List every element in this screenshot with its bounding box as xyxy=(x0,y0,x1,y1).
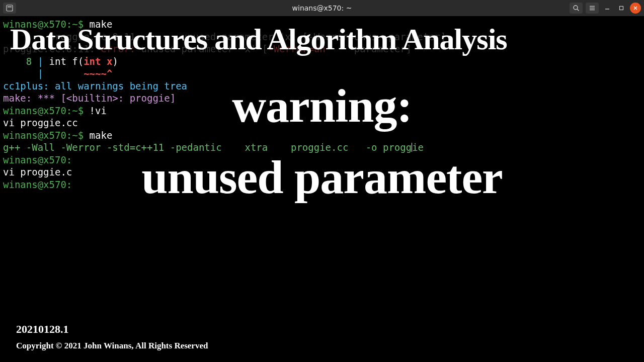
close-icon xyxy=(633,6,638,11)
command-text: make xyxy=(90,130,113,141)
window-titlebar: winans@x570: ~ xyxy=(0,0,644,16)
svg-rect-0 xyxy=(7,5,13,11)
search-button[interactable] xyxy=(570,3,583,14)
overlay-warning-text: warning: xyxy=(232,78,412,133)
compiler-output: cc1plus: all warnings being trea xyxy=(3,80,187,92)
titlebar-right-group xyxy=(570,3,641,14)
shell-prompt: winans@x570:~$ xyxy=(3,105,90,116)
make-error: make: *** [<builtin>: proggie] xyxy=(3,93,182,104)
menu-button[interactable] xyxy=(586,3,599,14)
svg-line-3 xyxy=(577,9,579,11)
close-button[interactable] xyxy=(630,3,641,14)
code-fragment: ) xyxy=(112,56,118,67)
svg-rect-8 xyxy=(620,7,623,10)
shell-prompt: winans@x570:~$ xyxy=(3,130,90,141)
window-title: winans@x570: ~ xyxy=(292,4,352,12)
svg-point-2 xyxy=(574,6,578,10)
command-echo: vi proggie.c xyxy=(3,166,72,177)
code-fragment: int f( xyxy=(49,56,84,67)
minimize-button[interactable] xyxy=(602,3,613,14)
error-highlight: int x xyxy=(84,56,112,67)
search-icon xyxy=(573,5,580,12)
error-caret: ~~~~^ xyxy=(84,68,112,79)
maximize-button[interactable] xyxy=(616,3,627,14)
svg-rect-1 xyxy=(8,6,12,8)
command-echo: vi proggie.cc xyxy=(3,117,78,128)
hamburger-icon xyxy=(589,5,596,12)
overlay-unused-text: unused parameter xyxy=(141,150,503,204)
command-text: !vi xyxy=(90,105,107,116)
terminal-tab-icon xyxy=(6,5,13,12)
pipe: | xyxy=(3,68,84,79)
overlay-copyright: Copyright © 2021 John Winans, All Rights… xyxy=(16,341,208,351)
shell-prompt: winans@x570: xyxy=(3,154,72,165)
overlay-heading: Data Structures and Algorithm Analysis xyxy=(10,22,634,57)
new-tab-button[interactable] xyxy=(3,3,16,14)
minimize-icon xyxy=(605,6,610,11)
pipe: | xyxy=(38,56,49,67)
titlebar-left-group xyxy=(3,3,16,14)
line-number: 8 xyxy=(3,56,38,67)
shell-prompt: winans@x570: xyxy=(3,179,72,190)
overlay-version: 20210128.1 xyxy=(16,323,69,336)
maximize-icon xyxy=(619,6,624,11)
